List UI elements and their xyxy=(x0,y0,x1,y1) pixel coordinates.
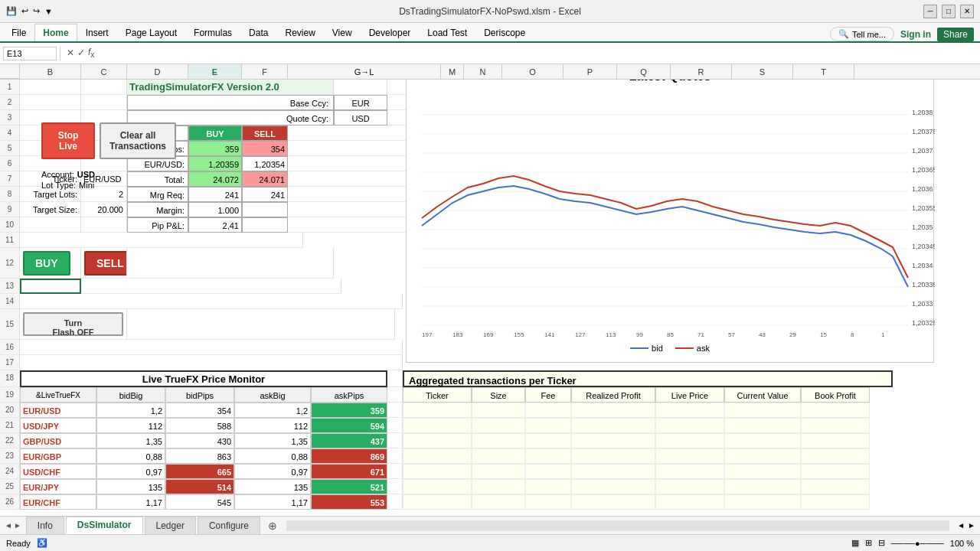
redo-icon[interactable]: ↪ xyxy=(33,6,40,16)
stop-live-button[interactable]: StopLive xyxy=(41,122,95,159)
cancel-formula-icon[interactable]: ✕ xyxy=(67,47,74,58)
title-bar-left: 💾 ↩ ↪ ▼ xyxy=(6,6,53,16)
formula-input[interactable] xyxy=(100,49,977,58)
tab-configure[interactable]: Configure xyxy=(198,517,260,534)
row-20: 20 EUR/USD 1,2 354 1,2 359 xyxy=(0,403,980,418)
lot-type-label: Lot Type: xyxy=(41,181,76,190)
chart-svg: 1,20325 1,2033 1,20335 1,2034 1,20345 1,… xyxy=(407,88,935,341)
tab-load-test[interactable]: Load Test xyxy=(419,24,475,41)
normal-view-icon[interactable]: ⊞ xyxy=(865,538,872,548)
eurusd-sell-cell: 1,20354 xyxy=(242,156,288,171)
tab-data[interactable]: Data xyxy=(240,24,276,41)
flash-off-button[interactable]: TurnFlash OFF xyxy=(23,312,123,336)
tab-review[interactable]: Review xyxy=(276,24,323,41)
tab-info[interactable]: Info xyxy=(26,517,64,534)
svg-text:15: 15 xyxy=(820,331,827,338)
ask-pips-25: 521 xyxy=(311,479,387,494)
live-ticker-21: USD/JPY xyxy=(20,418,96,433)
bid-pips-20: 354 xyxy=(165,403,234,418)
nav-right-icon[interactable]: ► xyxy=(968,521,975,530)
clear-transactions-button[interactable]: Clear allTransactions xyxy=(100,122,176,159)
tab-page-layout[interactable]: Page Layout xyxy=(117,24,185,41)
col-header-b: B xyxy=(20,64,81,79)
col-header-p: P xyxy=(564,64,617,79)
close-button[interactable]: ✕ xyxy=(960,5,974,18)
svg-text:113: 113 xyxy=(606,331,616,338)
tab-formulas[interactable]: Formulas xyxy=(185,24,240,41)
nav-controls: ◄ ► xyxy=(952,521,980,530)
chart-legend: bid ask xyxy=(407,341,933,356)
confirm-formula-icon[interactable]: ✓ xyxy=(77,47,85,58)
row-26: 26 EUR/CHF 1,17 545 1,17 553 xyxy=(0,494,980,510)
col-header-q: Q xyxy=(617,64,671,79)
svg-text:1,2037: 1,2037 xyxy=(912,147,933,155)
ask-pips-22: 437 xyxy=(311,433,387,448)
ask-legend-label: ask xyxy=(697,344,710,353)
svg-text:1: 1 xyxy=(881,331,885,338)
col-header-t: T xyxy=(793,64,854,79)
bid-pips-23: 863 xyxy=(165,448,234,464)
buy-button[interactable]: BUY xyxy=(23,251,70,276)
ask-pips-20: 359 xyxy=(311,403,387,418)
minimize-button[interactable]: ─ xyxy=(923,5,937,18)
col-header-d: D xyxy=(127,64,188,79)
svg-text:1,2035: 1,2035 xyxy=(912,223,933,231)
status-right: ▦ ⊞ ⊟ ────●──── 100 % xyxy=(851,538,974,548)
title-bar-controls: ─ □ ✕ xyxy=(923,5,974,18)
svg-text:85: 85 xyxy=(667,331,674,338)
accessibility-icon: ♿ xyxy=(37,538,47,548)
tab-insert[interactable]: Insert xyxy=(77,24,117,41)
tab-ledger[interactable]: Ledger xyxy=(145,517,196,534)
svg-text:8: 8 xyxy=(851,331,854,338)
live-ticker-20: EUR/USD xyxy=(20,403,96,418)
row-22: 22 GBP/USD 1,35 430 1,35 437 xyxy=(0,433,980,448)
row-24: 24 USD/CHF 0,97 665 0,97 671 xyxy=(0,464,980,479)
save-icon[interactable]: 💾 xyxy=(6,6,17,16)
formula-icons: ✕ ✓ fx xyxy=(64,47,97,59)
tab-developer[interactable]: Developer xyxy=(361,24,420,41)
bid-pips-24: 665 xyxy=(165,464,234,479)
maximize-button[interactable]: □ xyxy=(942,5,956,18)
page-break-icon[interactable]: ⊟ xyxy=(878,538,885,548)
pips-sell-cell: 354 xyxy=(242,141,288,156)
live-ticker-23: EUR/GBP xyxy=(20,448,96,464)
ask-big-26: 1,17 xyxy=(234,494,311,510)
formula-divider xyxy=(60,47,60,60)
sell-button[interactable]: SELL xyxy=(84,251,127,276)
horizontal-scrollbar[interactable] xyxy=(286,520,949,531)
bid-legend-label: bid xyxy=(652,344,663,353)
eurusd-buy-cell: 1,20359 xyxy=(188,156,242,171)
svg-text:183: 183 xyxy=(452,331,463,338)
search-box[interactable]: 🔍 Tell me... xyxy=(830,27,894,41)
ask-legend-line xyxy=(675,347,694,349)
chart-container: Latest Quotes 1,20325 1,2033 1,20335 1,2… xyxy=(406,64,934,363)
bid-big-25: 135 xyxy=(96,479,165,494)
svg-text:127: 127 xyxy=(575,331,586,338)
svg-text:1,20335: 1,20335 xyxy=(912,281,935,289)
cell-reference-input[interactable]: E13 xyxy=(3,47,57,60)
share-button[interactable]: Share xyxy=(937,28,974,41)
tab-dssimulator[interactable]: DsSimulator xyxy=(66,517,143,534)
nav-left-icon[interactable]: ◄ xyxy=(957,521,965,530)
col-header-g-l: G→L xyxy=(288,64,441,79)
tab-home[interactable]: Home xyxy=(34,24,77,41)
live-ticker-25: EUR/JPY xyxy=(20,479,96,494)
tab-view[interactable]: View xyxy=(324,24,361,41)
lot-type-value: Mini xyxy=(79,181,94,190)
svg-text:1,20325: 1,20325 xyxy=(912,319,935,327)
zoom-slider[interactable]: ────●──── xyxy=(891,539,944,548)
tab-scroll-left-button[interactable]: ◄ xyxy=(5,521,12,530)
tab-file[interactable]: File xyxy=(3,24,34,41)
tab-scroll-arrows: ◄ ► xyxy=(0,521,26,530)
tab-deriscope[interactable]: Deriscope xyxy=(475,24,534,41)
undo-icon[interactable]: ↩ xyxy=(21,6,28,16)
add-sheet-button[interactable]: ⊕ xyxy=(262,517,283,534)
zoom-level: 100 % xyxy=(950,539,974,548)
column-header-row: B C D E F G→L M N O P Q R S T xyxy=(0,64,980,80)
page-layout-icon[interactable]: ▦ xyxy=(851,538,859,548)
tab-scroll-right-button[interactable]: ► xyxy=(14,521,21,530)
more-icon[interactable]: ▼ xyxy=(44,7,53,16)
signin-button[interactable]: Sign in xyxy=(900,29,931,40)
insert-function-icon[interactable]: fx xyxy=(88,47,94,59)
col-header-r: R xyxy=(671,64,732,79)
